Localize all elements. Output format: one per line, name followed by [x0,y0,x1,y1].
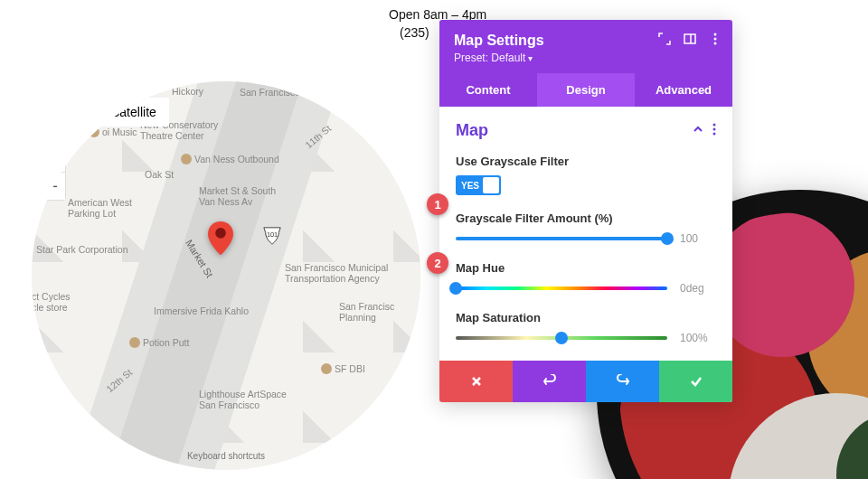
preset-dropdown[interactable]: Preset: Default [454,52,718,64]
poi-potion: Potion Putt [129,337,189,348]
map-type-map-button[interactable]: Map [48,98,99,127]
expand-icon[interactable] [658,33,671,45]
svg-point-9 [713,133,716,136]
redo-button[interactable] [586,361,659,402]
collapse-section-icon[interactable] [693,123,703,138]
tab-content[interactable]: Content [439,73,537,107]
tab-design[interactable]: Design [537,73,635,107]
map-saturation-value[interactable]: 100% [680,332,716,344]
grayscale-amount-value[interactable]: 100 [680,232,716,245]
panel-tabs: Content Design Advanced [439,73,732,107]
keyboard-shortcuts-link[interactable]: Keyboard shortcuts [187,451,265,461]
map-hue-label: Map Hue [456,261,716,275]
poi-lighthouse: Lighthouse ArtSpace San Francisco [199,389,287,410]
poi-planning: San Francisc Planning [339,301,394,323]
settings-panel: Map Settings Preset: Default Content Des… [439,20,732,402]
map-pin-icon[interactable] [208,221,233,247]
poi-market-st: Market St & South Van Ness Av [199,185,276,207]
poi-star-park: Star Park Corporation [36,244,128,255]
zoom-control: + − [39,145,66,201]
svg-point-1 [215,228,226,239]
svg-point-5 [714,38,717,41]
highway-101-shield: 101 [262,226,282,246]
callout-2: 2 [427,252,448,274]
svg-point-6 [714,42,717,45]
poi-american-west: American West Parking Lot [68,197,132,219]
section-more-icon[interactable] [712,123,716,138]
svg-rect-2 [684,34,695,43]
tab-advanced[interactable]: Advanced [635,73,732,107]
grayscale-filter-toggle[interactable]: YES [456,175,501,195]
dock-icon[interactable] [684,33,696,45]
svg-point-4 [714,33,717,36]
toggle-yes-label: YES [461,181,479,191]
fullscreen-icon[interactable] [377,98,404,125]
svg-point-7 [713,124,716,127]
close-button[interactable] [439,361,513,402]
grayscale-amount-slider[interactable] [456,237,667,240]
poi-muni: San Francisco Municipal Transportation A… [285,262,388,284]
poi-frida: Immersive Frida Kahlo [154,305,249,316]
poi-hickory: Hickory [172,86,203,97]
map-type-control: Map Satellite [48,98,169,127]
svg-text:101: 101 [267,230,278,239]
poi-sf-dbi: SF DBI [321,363,365,374]
poi-music: oi Music [89,127,137,137]
map-saturation-slider[interactable] [456,336,667,340]
map-container[interactable]: Map Satellite + − San Francisco City Pub… [32,81,420,470]
poi-van-ness: Van Ness Outbound [181,154,279,164]
section-title-map: Map [456,121,488,140]
undo-button[interactable] [513,361,586,402]
panel-footer [439,361,732,402]
panel-header: Map Settings Preset: Default [439,20,732,73]
poi-oak-st: Oak St [145,169,174,180]
save-button[interactable] [659,361,732,402]
poi-public-works: San Francisco City Public Works [240,87,377,98]
map-hue-value[interactable]: 0deg [680,282,716,295]
zoom-in-button[interactable]: + [40,146,65,173]
callout-1: 1 [427,193,448,215]
zoom-out-button[interactable]: − [40,173,65,200]
poi-ct-cycles: ct Cycles cle store [32,291,71,313]
map-hue-slider[interactable] [456,286,667,290]
grayscale-filter-label: Use Grayscale Filter [456,155,716,168]
map-saturation-label: Map Saturation [456,311,716,324]
map-type-satellite-button[interactable]: Satellite [99,98,169,127]
more-icon[interactable] [709,33,722,45]
grayscale-amount-label: Grayscale Filter Amount (%) [456,211,716,225]
svg-point-8 [713,128,716,131]
